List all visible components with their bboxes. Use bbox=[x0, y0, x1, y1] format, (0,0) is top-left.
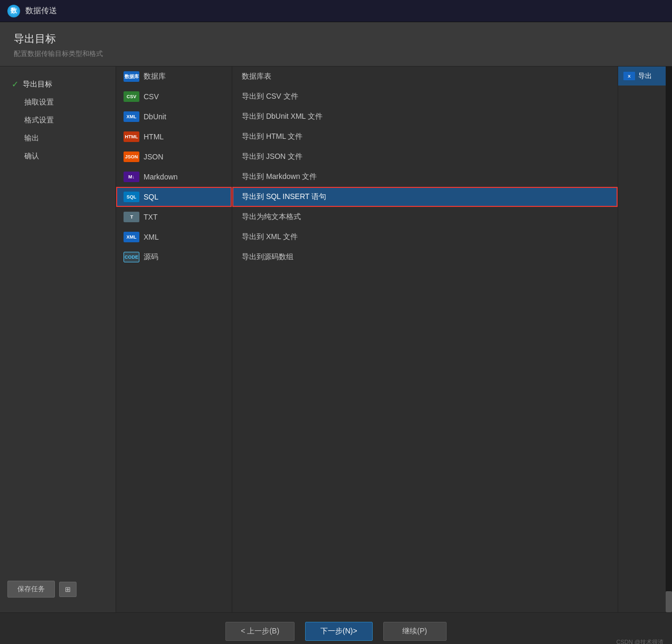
type-icon-sql: SQL bbox=[124, 192, 139, 202]
type-item-csv[interactable]: CSVCSV bbox=[116, 87, 232, 107]
type-item-html[interactable]: HTMLHTML bbox=[116, 127, 232, 147]
type-item-markdown[interactable]: M↓Markdown bbox=[116, 167, 232, 187]
sidebar: ✓ 导出目标 抽取设置 格式设置 输出 确认 bbox=[0, 67, 116, 612]
type-icon-csv: CSV bbox=[124, 91, 139, 102]
desc-label-code: 导出到源码数组 bbox=[242, 252, 294, 262]
sidebar-nav: ✓ 导出目标 抽取设置 格式设置 输出 确认 bbox=[0, 75, 116, 165]
desc-item-code[interactable]: 导出到源码数组 bbox=[232, 247, 618, 267]
type-icon-xml: XML bbox=[124, 232, 139, 242]
watermark: CSDN @技术很渣 bbox=[617, 638, 664, 644]
type-label-markdown: Markdown bbox=[144, 173, 178, 181]
desc-label-markdown: 导出到 Markdown 文件 bbox=[242, 172, 317, 182]
type-item-xml[interactable]: XMLXML bbox=[116, 227, 232, 247]
type-label-sql: SQL bbox=[144, 193, 158, 201]
type-label-xml: XML bbox=[144, 233, 159, 241]
scrollbar[interactable] bbox=[666, 67, 672, 612]
app-title: 数据传送 bbox=[25, 6, 57, 16]
type-item-db[interactable]: 数据库数据库 bbox=[116, 67, 232, 87]
desc-item-html[interactable]: 导出到 HTML 文件 bbox=[232, 127, 618, 147]
type-label-db: 数据库 bbox=[144, 72, 166, 81]
app-icon: 数 bbox=[7, 5, 20, 17]
desc-label-sql: 导出到 SQL INSERT 语句 bbox=[242, 192, 326, 202]
sidebar-item-confirm[interactable]: 确认 bbox=[5, 147, 110, 165]
desc-label-txt: 导出为纯文本格式 bbox=[242, 212, 301, 222]
page-title: 导出目标 bbox=[14, 32, 658, 46]
desc-label-html: 导出到 HTML 文件 bbox=[242, 132, 302, 141]
type-icon-dbunit: XML bbox=[124, 111, 139, 122]
type-list: 数据库数据库CSVCSVXMLDbUnitHTMLHTMLJSONJSONM↓M… bbox=[116, 67, 232, 612]
right-panel: X 导出 bbox=[618, 67, 666, 612]
desc-label-db: 数据库表 bbox=[242, 72, 271, 81]
continue-button[interactable]: 继续(P) bbox=[383, 622, 447, 641]
title-bar: 数 数据传送 bbox=[0, 0, 672, 22]
type-label-txt: TXT bbox=[144, 213, 157, 221]
main-content: ✓ 导出目标 抽取设置 格式设置 输出 确认 bbox=[0, 67, 672, 612]
type-item-dbunit[interactable]: XMLDbUnit bbox=[116, 107, 232, 127]
desc-item-sql[interactable]: 导出到 SQL INSERT 语句 bbox=[232, 187, 618, 207]
sidebar-item-format-settings[interactable]: 格式设置 bbox=[5, 111, 110, 129]
desc-item-csv[interactable]: 导出到 CSV 文件 bbox=[232, 87, 618, 107]
type-icon-txt: T bbox=[124, 212, 139, 222]
sidebar-item-export-target[interactable]: ✓ 导出目标 bbox=[5, 75, 110, 93]
type-item-code[interactable]: CODE源码 bbox=[116, 247, 232, 267]
sidebar-item-extract-settings[interactable]: 抽取设置 bbox=[5, 93, 110, 111]
right-panel-icon: X bbox=[623, 72, 635, 80]
type-icon-markdown: M↓ bbox=[124, 172, 139, 182]
page-subtitle: 配置数据传输目标类型和格式 bbox=[14, 49, 658, 59]
type-label-json: JSON bbox=[144, 153, 163, 161]
desc-item-txt[interactable]: 导出为纯文本格式 bbox=[232, 207, 618, 227]
check-icon: ✓ bbox=[12, 79, 18, 89]
type-label-code: 源码 bbox=[144, 252, 158, 262]
scrollbar-thumb[interactable] bbox=[666, 591, 672, 612]
type-item-sql[interactable]: SQLSQL bbox=[116, 187, 232, 207]
type-label-csv: CSV bbox=[144, 92, 159, 101]
next-button[interactable]: 下一步(N)> bbox=[305, 622, 373, 641]
right-panel-label: 导出 bbox=[638, 71, 652, 81]
desc-label-csv: 导出到 CSV 文件 bbox=[242, 92, 298, 101]
desc-list: 数据库表导出到 CSV 文件导出到 DbUnit XML 文件导出到 HTML … bbox=[232, 67, 618, 612]
prev-button[interactable]: < 上一步(B) bbox=[225, 622, 295, 641]
desc-label-dbunit: 导出到 DbUnit XML 文件 bbox=[242, 112, 323, 121]
type-label-html: HTML bbox=[144, 132, 164, 141]
bottom-bar: < 上一步(B) 下一步(N)> 继续(P) CSDN @技术很渣 bbox=[0, 612, 672, 644]
sidebar-bottom: 保存任务 ⊞ bbox=[0, 574, 116, 604]
save-task-button[interactable]: 保存任务 bbox=[7, 581, 55, 598]
desc-item-markdown[interactable]: 导出到 Markdown 文件 bbox=[232, 167, 618, 187]
type-icon-db: 数据库 bbox=[124, 71, 139, 82]
type-item-json[interactable]: JSONJSON bbox=[116, 147, 232, 167]
desc-label-json: 导出到 JSON 文件 bbox=[242, 152, 302, 162]
type-item-txt[interactable]: TTXT bbox=[116, 207, 232, 227]
type-icon-json: JSON bbox=[124, 151, 139, 162]
desc-label-xml: 导出到 XML 文件 bbox=[242, 232, 298, 242]
content-area: 数据库数据库CSVCSVXMLDbUnitHTMLHTMLJSONJSONM↓M… bbox=[116, 67, 672, 612]
desc-item-dbunit[interactable]: 导出到 DbUnit XML 文件 bbox=[232, 107, 618, 127]
sidebar-item-output[interactable]: 输出 bbox=[5, 129, 110, 147]
desc-item-xml[interactable]: 导出到 XML 文件 bbox=[232, 227, 618, 247]
header-section: 导出目标 配置数据传输目标类型和格式 bbox=[0, 22, 672, 67]
type-icon-code: CODE bbox=[124, 252, 139, 262]
desc-item-db[interactable]: 数据库表 bbox=[232, 67, 618, 87]
type-label-dbunit: DbUnit bbox=[144, 112, 166, 121]
sidebar-icon-button[interactable]: ⊞ bbox=[59, 582, 77, 597]
right-panel-item[interactable]: X 导出 bbox=[618, 67, 666, 86]
type-icon-html: HTML bbox=[124, 131, 139, 142]
desc-item-json[interactable]: 导出到 JSON 文件 bbox=[232, 147, 618, 167]
